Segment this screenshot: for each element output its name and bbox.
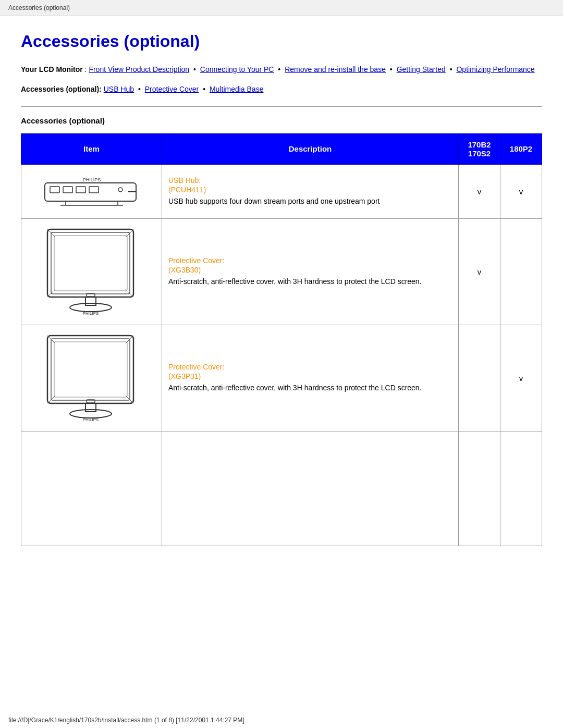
your-lcd-monitor-label: Your LCD Monitor bbox=[21, 65, 83, 73]
bullet-4: • bbox=[450, 65, 452, 73]
svg-point-15 bbox=[70, 303, 112, 312]
status-bar: file:///D|/Grace/K1/english/170s2b/insta… bbox=[8, 717, 244, 724]
check-row3-col2: v bbox=[500, 325, 542, 431]
bullet-2: • bbox=[278, 65, 280, 73]
svg-rect-4 bbox=[89, 187, 99, 193]
description-usb-hub: USB Hub: (PCUH411) USB hub supports four… bbox=[162, 164, 459, 218]
nav-link-getting-started[interactable]: Getting Started bbox=[397, 65, 446, 73]
check-row1-col1: v bbox=[459, 164, 500, 218]
bullet-5: • bbox=[138, 85, 141, 93]
item-image-cover2: PHILIPS bbox=[21, 325, 162, 431]
empty-cell-3 bbox=[459, 431, 500, 546]
col-header-item: Item bbox=[21, 133, 162, 164]
svg-rect-11 bbox=[47, 229, 133, 297]
bullet-6: • bbox=[203, 85, 205, 93]
item-image-usb-hub: PHILIPS bbox=[21, 164, 162, 218]
svg-point-26 bbox=[70, 410, 112, 418]
item-image-cover1: PHILIPS bbox=[21, 218, 162, 325]
svg-rect-25 bbox=[85, 403, 96, 412]
description-cover1: Protective Cover: (XG3B30) Anti-scratch,… bbox=[162, 218, 459, 325]
divider bbox=[21, 106, 542, 107]
nav-link-usb-hub[interactable]: USB Hub bbox=[104, 85, 134, 93]
desc-text-1: USB hub supports four down stream ports … bbox=[168, 196, 452, 207]
check-row2-col1: v bbox=[459, 218, 500, 325]
col-header-180p2: 180P2 bbox=[500, 133, 542, 164]
bullet-1: • bbox=[193, 65, 196, 73]
check-row3-col1 bbox=[459, 325, 500, 431]
svg-rect-12 bbox=[51, 232, 130, 294]
svg-text:PHILIPS: PHILIPS bbox=[82, 177, 101, 182]
check-row2-col2 bbox=[500, 218, 542, 325]
bullet-3: • bbox=[390, 65, 393, 73]
empty-cell-4 bbox=[500, 431, 542, 546]
check-row1-col2: v bbox=[500, 164, 542, 218]
nav-link-remove[interactable]: Remove and re-install the base bbox=[285, 65, 386, 73]
monitor-cover-svg-1: PHILIPS bbox=[40, 224, 144, 318]
desc-title-2: Protective Cover: bbox=[168, 256, 452, 265]
desc-title-1: USB Hub: bbox=[168, 176, 452, 184]
page-title: Accessories (optional) bbox=[21, 32, 542, 51]
desc-code-1: (PCUH411) bbox=[168, 186, 452, 194]
svg-rect-0 bbox=[45, 183, 136, 201]
empty-cell-1 bbox=[21, 431, 162, 546]
nav-link-connecting[interactable]: Connecting to Your PC bbox=[200, 65, 274, 73]
svg-point-7 bbox=[118, 188, 123, 192]
svg-rect-1 bbox=[50, 187, 59, 193]
svg-rect-23 bbox=[51, 339, 130, 400]
svg-rect-24 bbox=[54, 342, 127, 397]
nav-link-optimizing[interactable]: Optimizing Performance bbox=[456, 65, 534, 73]
accessories-table: Item Description 170B2 170S2 180P2 bbox=[21, 133, 542, 546]
svg-rect-13 bbox=[54, 236, 127, 291]
browser-tab: Accessories (optional) bbox=[0, 0, 563, 16]
table-row-empty bbox=[21, 431, 542, 546]
col-header-170b2: 170B2 170S2 bbox=[459, 133, 500, 164]
svg-rect-2 bbox=[63, 187, 72, 193]
page-content: Accessories (optional) Your LCD Monitor … bbox=[0, 16, 563, 588]
accessories-nav: Accessories (optional): USB Hub • Protec… bbox=[21, 83, 542, 96]
table-row-2: PHILIPS Protective Cover: (XG3B30) Anti-… bbox=[21, 218, 542, 325]
svg-text:PHILIPS: PHILIPS bbox=[82, 311, 99, 316]
desc-code-3: (XG3P31) bbox=[168, 372, 452, 380]
desc-text-2: Anti-scratch, anti-reflective cover, wit… bbox=[168, 276, 452, 287]
nav-link-protective-cover[interactable]: Protective Cover bbox=[145, 85, 199, 93]
nav-link-multimedia-base[interactable]: Multimedia Base bbox=[210, 85, 264, 93]
description-cover2: Protective Cover: (XG3P31) Anti-scratch,… bbox=[162, 325, 459, 431]
nav-link-front-view[interactable]: Front View Product Description bbox=[89, 65, 189, 73]
desc-text-3: Anti-scratch, anti-reflective cover, wit… bbox=[168, 382, 452, 393]
nav-links: Your LCD Monitor : Front View Product De… bbox=[21, 64, 542, 76]
accessories-optional-label: Accessories (optional): bbox=[21, 85, 102, 93]
monitor-cover-svg-2: PHILIPS bbox=[40, 330, 144, 424]
svg-rect-22 bbox=[47, 336, 133, 403]
desc-code-2: (XG3B30) bbox=[168, 266, 452, 274]
svg-rect-3 bbox=[76, 187, 85, 193]
section-title: Accessories (optional) bbox=[21, 116, 542, 125]
table-row-3: PHILIPS Protective Cover: (XG3P31) Anti-… bbox=[21, 325, 542, 431]
svg-text:PHILIPS: PHILIPS bbox=[82, 417, 99, 422]
empty-cell-2 bbox=[162, 431, 459, 546]
desc-title-3: Protective Cover: bbox=[168, 363, 452, 371]
svg-rect-14 bbox=[85, 297, 96, 305]
col-header-description: Description bbox=[162, 133, 459, 164]
usb-hub-svg: PHILIPS bbox=[40, 170, 144, 212]
table-row-1: PHILIPS USB Hub: (PCUH411) USB hub suppo… bbox=[21, 164, 542, 218]
